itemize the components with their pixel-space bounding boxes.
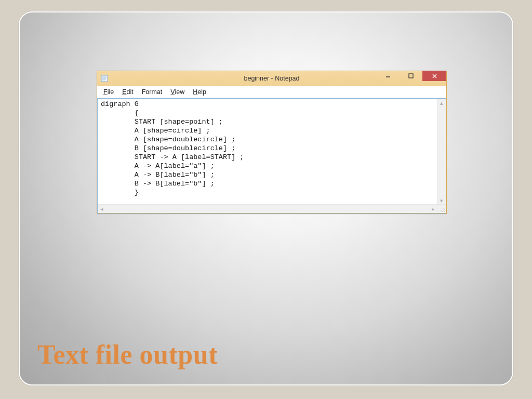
close-button[interactable] — [422, 71, 446, 81]
scroll-right-icon[interactable]: ▸ — [429, 205, 437, 213]
scroll-down-icon[interactable]: ▾ — [437, 196, 446, 205]
notepad-app-icon — [100, 74, 109, 83]
window-controls — [377, 71, 446, 86]
menu-view[interactable]: View — [166, 88, 189, 96]
scroll-up-icon[interactable]: ▴ — [437, 99, 446, 107]
svg-point-14 — [444, 211, 445, 212]
menu-file[interactable]: File — [99, 88, 118, 96]
maximize-button[interactable] — [400, 71, 422, 81]
slide-card: beginner - Notepad File Edit Format View… — [19, 11, 513, 385]
horizontal-scrollbar[interactable]: ◂ ▸ — [98, 204, 437, 213]
svg-point-9 — [443, 208, 444, 209]
minimize-button[interactable] — [377, 71, 400, 81]
scroll-left-icon[interactable]: ◂ — [98, 205, 106, 213]
svg-point-10 — [441, 210, 442, 211]
menu-edit[interactable]: Edit — [118, 88, 138, 96]
resize-grip-icon[interactable] — [437, 204, 446, 213]
menu-format[interactable]: Format — [138, 88, 167, 96]
menu-help[interactable]: Help — [189, 88, 210, 96]
svg-point-12 — [444, 209, 445, 210]
editor-area: digraph G { START [shape=point] ; A [sha… — [97, 98, 446, 214]
slide-title: Text file output — [37, 339, 218, 370]
svg-point-13 — [442, 211, 443, 212]
vertical-scrollbar[interactable]: ▴ ▾ — [437, 99, 446, 205]
titlebar[interactable]: beginner - Notepad — [97, 71, 446, 86]
menubar: File Edit Format View Help — [97, 86, 446, 98]
svg-rect-0 — [101, 75, 108, 82]
notepad-window: beginner - Notepad File Edit Format View… — [97, 71, 447, 214]
svg-point-11 — [443, 210, 444, 211]
svg-rect-6 — [409, 74, 413, 78]
text-editor[interactable]: digraph G { START [shape=point] ; A [sha… — [98, 99, 437, 205]
